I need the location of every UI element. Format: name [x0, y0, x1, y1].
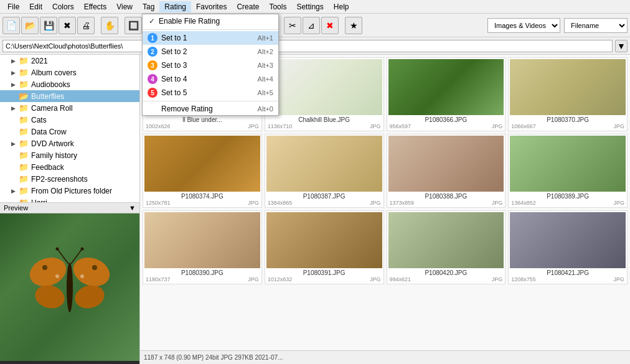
photo-item[interactable]: Chalkhill Blue.JPG 1136x710 JPG	[265, 57, 384, 131]
svg-point-12	[81, 247, 84, 250]
photo-meta: 1384x865 JPG	[266, 200, 382, 206]
photo-item[interactable]: P1080420.JPG 994x621 JPG	[387, 210, 506, 284]
tb-cursor-btn[interactable]: ✋	[101, 17, 118, 34]
photo-item[interactable]: P1080389.JPG 1364x852 JPG	[508, 134, 628, 208]
photo-meta: 956x597 JPG	[388, 123, 504, 129]
photo-meta: 994x621 JPG	[388, 276, 504, 282]
photo-thumb	[510, 212, 626, 268]
menu-help[interactable]: Help	[329, 1, 354, 12]
photo-item[interactable]: P1080390.JPG 1180x737 JPG	[143, 210, 262, 284]
sidebar-item-label: FP2-screenshots	[31, 175, 88, 184]
remove-shortcut: Alt+0	[258, 105, 273, 113]
sidebar-item-data-crow[interactable]: 📁 Data Crow	[0, 126, 139, 138]
path-dropdown-btn[interactable]: ▼	[615, 40, 628, 52]
svg-point-8	[80, 274, 84, 278]
sidebar-item-family-history[interactable]: 📁 Family history	[0, 149, 139, 161]
tb-print-btn[interactable]: 🖨	[77, 17, 95, 34]
sidebar-item-2021[interactable]: ▶ 📁 2021	[0, 55, 139, 67]
photo-name: P1080421.JPG	[510, 269, 626, 276]
sidebar-item-album-covers[interactable]: ▶ 📁 Album covers	[0, 67, 139, 78]
toolbar: 📄 📂 💾 ✖ 🖨 ✋ 🔲 ⊞ ⊡ ⬛ ↺ ↻ ↔ ↕ ✂ ⊿ ✖ ★ Imag…	[0, 14, 630, 37]
photo-type: JPG	[492, 123, 503, 129]
tb-save-btn[interactable]: 💾	[40, 17, 57, 34]
set-rating-1-item[interactable]: 1 Set to 1 Alt+1	[143, 31, 278, 45]
photo-meta: 1136x710 JPG	[266, 123, 382, 129]
menu-favorites[interactable]: Favorites	[191, 1, 232, 12]
statusbar: 1187 x 748 (0.90 MP) 24bit JPG 297KB 202…	[140, 350, 630, 364]
svg-point-11	[56, 247, 59, 250]
filter-dropdown[interactable]: Images & Videos Images Videos All Files	[487, 18, 560, 33]
photo-item[interactable]: P1080366.JPG 956x597 JPG	[387, 57, 506, 131]
photo-name: P1080387.JPG	[266, 193, 382, 200]
photo-thumb	[388, 212, 504, 268]
menubar: File Edit Colors Effects View Tag Rating…	[0, 0, 630, 14]
rating-badge-1: 1	[148, 33, 158, 43]
menu-tag[interactable]: Tag	[138, 1, 159, 12]
photo-name: P1080374.JPG	[144, 193, 260, 200]
photo-item[interactable]: P1080391.JPG 1012x632 JPG	[265, 210, 384, 284]
remove-rating-label: Remove Rating	[161, 105, 213, 113]
tb-zoom-btn[interactable]: 🔲	[125, 17, 142, 34]
shortcut-1: Alt+1	[258, 34, 273, 42]
menu-effects[interactable]: Effects	[79, 1, 111, 12]
tb-crop-btn[interactable]: ✂	[284, 17, 301, 34]
tb-close-btn[interactable]: ✖	[59, 17, 76, 34]
set-rating-5-item[interactable]: 5 Set to 5 Alt+5	[143, 86, 278, 100]
photo-thumb	[510, 136, 626, 192]
photo-type: JPG	[248, 123, 259, 129]
expand-icon: ▶	[11, 82, 19, 88]
sidebar-item-feedback[interactable]: 📁 Feedback	[0, 161, 139, 173]
svg-point-4	[72, 282, 107, 311]
photo-item[interactable]: P1080387.JPG 1384x865 JPG	[265, 134, 384, 208]
set-rating-3-item[interactable]: 3 Set to 3 Alt+3	[143, 58, 278, 72]
sidebar-item-old-pictures[interactable]: ▶ 📁 From Old Pictures folder	[0, 185, 139, 197]
sidebar-item-label: 2021	[31, 57, 48, 65]
menu-tools[interactable]: Tools	[264, 1, 291, 12]
photo-thumb	[388, 136, 504, 192]
photo-item[interactable]: P1080374.JPG 1250x781 JPG	[143, 134, 262, 208]
menu-view[interactable]: View	[111, 1, 138, 12]
menu-edit[interactable]: Edit	[24, 1, 47, 12]
set-rating-2-item[interactable]: 2 Set to 2 Alt+2	[143, 45, 278, 58]
folder-icon: 📁	[19, 151, 29, 160]
photo-name: P1080370.JPG	[510, 116, 626, 123]
photo-item[interactable]: P1080421.JPG 1208x755 JPG	[508, 210, 628, 284]
menu-colors[interactable]: Colors	[47, 1, 79, 12]
expand-icon: ▶	[11, 58, 19, 64]
tb-star-btn[interactable]: ★	[345, 17, 362, 34]
tb-resize-btn[interactable]: ⊿	[303, 17, 320, 34]
menu-create[interactable]: Create	[232, 1, 264, 12]
sidebar-item-butterflies[interactable]: 📂 Butterflies	[0, 90, 139, 102]
enable-rating-label: Enable File Rating	[159, 17, 220, 26]
sidebar-item-audiobooks[interactable]: ▶ 📁 Audiobooks	[0, 78, 139, 90]
menu-rating[interactable]: Rating	[159, 1, 191, 12]
sort-dropdown[interactable]: Filename File size Date modified	[564, 18, 628, 33]
sidebar-item-fp2-screenshots[interactable]: 📁 FP2-screenshots	[0, 173, 139, 185]
folder-icon: 📁	[19, 56, 29, 65]
checkmark-icon: ✓	[149, 17, 155, 26]
svg-point-5	[42, 265, 47, 270]
enable-rating-item[interactable]: ✓ Enable File Rating	[143, 14, 278, 28]
sidebar-item-label: Family history	[31, 151, 77, 160]
shortcut-3: Alt+3	[258, 62, 273, 69]
menu-settings[interactable]: Settings	[291, 1, 328, 12]
set-rating-4-item[interactable]: 4 Set to 4 Alt+4	[143, 72, 278, 86]
sidebar-item-label: From Old Pictures folder	[31, 187, 112, 195]
photo-type: JPG	[370, 276, 381, 282]
photo-item[interactable]: P1080388.JPG 1373x859 JPG	[387, 134, 506, 208]
tb-new-btn[interactable]: 📄	[2, 17, 20, 34]
photo-meta: 1373x859 JPG	[388, 200, 504, 206]
sidebar-item-camera-roll[interactable]: ▶ 📁 Camera Roll	[0, 102, 139, 114]
sidebar-item-dvd-artwork[interactable]: ▶ 📁 DVD Artwork	[0, 138, 139, 149]
tb-open-btn[interactable]: 📂	[21, 17, 39, 34]
svg-point-6	[92, 265, 97, 270]
tb-delete-btn[interactable]: ✖	[321, 17, 339, 34]
path-bar[interactable]: C:\Users\NextCloud\photos\Butterflies\	[2, 40, 613, 52]
preview-collapse-btn[interactable]: ▼	[129, 204, 136, 212]
folder-icon: 📁	[19, 162, 29, 172]
photo-meta: 1012x632 JPG	[266, 276, 382, 282]
photo-item[interactable]: P1080370.JPG 1066x667 JPG	[508, 57, 628, 131]
remove-rating-item[interactable]: Remove Rating Alt+0	[143, 103, 278, 115]
menu-file[interactable]: File	[2, 1, 24, 12]
sidebar-item-cats[interactable]: 📁 Cats	[0, 114, 139, 126]
